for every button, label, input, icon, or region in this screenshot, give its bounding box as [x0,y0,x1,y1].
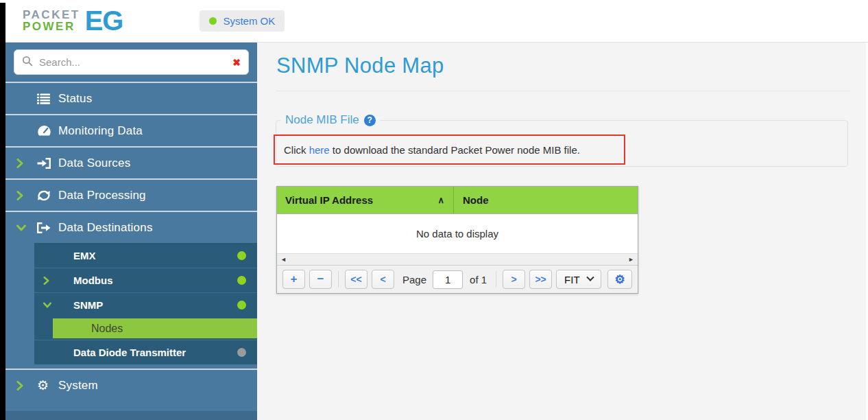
submenu-item-label: Modbus [73,275,113,286]
sign-in-icon [37,158,58,169]
submenu-item-label: EMX [73,250,96,261]
window-edge-top [0,0,868,3]
chevron-right-icon [43,277,73,285]
add-row-button[interactable]: + [282,270,305,289]
status-badge-label: System OK [223,15,275,27]
column-label: Node [463,194,489,206]
logo-product-eg: EG [85,5,123,36]
chevron-right-icon [16,381,37,390]
last-page-button[interactable]: >> [529,270,552,289]
window-edge-left [0,3,5,420]
sidebar-nav: Status Monitoring Data Data Sources [5,82,257,401]
system-status-badge[interactable]: System OK [200,10,285,32]
title-divider [276,91,850,91]
snmp-node-table: Virtual IP Address ∧ Node No data to dis… [276,186,638,294]
column-header-node[interactable]: Node [454,187,638,213]
horizontal-scrollbar[interactable]: ◄ ► [277,253,638,265]
remove-row-button[interactable]: − [309,270,332,289]
sidebar-item-label: Data Sources [58,156,130,170]
submenu-item-snmp[interactable]: SNMP [34,292,257,317]
toolbar-separator [496,271,496,288]
legend-label: Node MIB File [285,113,359,127]
annotation-highlight-box: Click here to download the standard Pack… [274,135,625,165]
first-page-button[interactable]: << [345,270,367,289]
prev-page-button[interactable]: < [372,270,394,289]
scroll-right-icon[interactable]: ► [628,256,634,263]
column-header-virtual-ip[interactable]: Virtual IP Address ∧ [277,187,454,213]
submenu-item-label: Data Diode Transmitter [73,347,186,358]
sidebar-item-label: System [58,379,98,393]
data-destinations-submenu: EMX Modbus SNMP [34,243,257,364]
submenu-item-label: SNMP [73,299,103,311]
sidebar: ✖ Status Monitoring Data [5,43,257,420]
sidebar-item-data-destinations[interactable]: Data Destinations [5,211,257,243]
sidebar-item-system[interactable]: ⚙ System [5,369,257,401]
chevron-down-icon [43,302,73,308]
scroll-left-icon[interactable]: ◄ [280,256,287,263]
chevron-down-icon [16,224,37,231]
list-icon [37,93,58,104]
packet-power-logo[interactable]: PACKET POWER EG [23,5,123,36]
gauge-icon [37,125,58,137]
status-ok-dot-icon [209,17,217,25]
page-number-input[interactable] [433,270,463,289]
sidebar-item-monitoring-data[interactable]: Monitoring Data [5,114,257,146]
page-size-select[interactable]: FIT [556,270,601,289]
table-toolbar: + − << < Page of 1 > >> FIT ⚙ [277,265,638,293]
toolbar-separator [338,271,339,288]
status-dot-icon [237,301,246,310]
submenu-item-label: Nodes [91,323,123,335]
sort-asc-icon[interactable]: ∧ [437,195,444,205]
sidebar-item-label: Status [58,92,92,106]
node-mib-file-legend: Node MIB File ? [280,113,381,127]
status-dot-icon [237,276,246,285]
next-page-button[interactable]: > [503,270,525,289]
sidebar-search: ✖ [14,49,249,75]
submenu-item-modbus[interactable]: Modbus [34,268,257,292]
top-header: PACKET POWER EG System OK [5,0,868,43]
empty-message: No data to display [416,228,498,240]
clear-search-icon[interactable]: ✖ [232,58,241,67]
table-settings-button[interactable]: ⚙ [607,270,632,289]
submenu-item-data-diode-transmitter[interactable]: Data Diode Transmitter [34,340,257,364]
status-dot-icon [237,348,246,357]
status-dot-icon [237,251,246,260]
main-content: SNMP Node Map Node MIB File ? Click here… [257,43,868,420]
logo-line-power: POWER [23,21,80,33]
sync-icon [37,190,58,201]
mib-text: Click here to download the standard Pack… [284,144,580,156]
table-empty-state: No data to display [277,214,638,253]
chevron-right-icon [16,191,37,200]
page-size-value: FIT [564,274,580,285]
page-title: SNMP Node Map [276,54,444,78]
column-label: Virtual IP Address [285,194,373,206]
sidebar-item-status[interactable]: Status [5,82,257,114]
sidebar-item-data-processing[interactable]: Data Processing [5,178,257,211]
page-label: Page [402,274,426,285]
page-count-label: of 1 [470,274,487,285]
sidebar-footer-strip [5,411,257,420]
sidebar-item-data-sources[interactable]: Data Sources [5,146,257,178]
logo-wordmark: PACKET POWER [23,10,80,32]
gear-icon: ⚙ [614,274,625,285]
logo-line-packet: PACKET [23,10,80,21]
gear-icon: ⚙ [37,379,58,392]
help-icon[interactable]: ? [364,115,376,126]
chevron-right-icon [16,159,37,168]
table-header-row: Virtual IP Address ∧ Node [277,187,638,214]
sidebar-item-label: Data Processing [58,189,146,202]
mib-download-link[interactable]: here [309,144,330,156]
submenu-item-nodes-selected[interactable]: Nodes [53,317,257,340]
app-window: PACKET POWER EG System OK ✖ Status [0,0,868,420]
sidebar-item-label: Monitoring Data [58,124,143,138]
search-input[interactable] [39,56,226,68]
submenu-item-emx[interactable]: EMX [34,243,257,268]
chevron-down-icon [586,274,594,281]
search-icon [22,56,33,69]
sign-out-icon [37,222,58,233]
sidebar-item-label: Data Destinations [58,221,153,235]
